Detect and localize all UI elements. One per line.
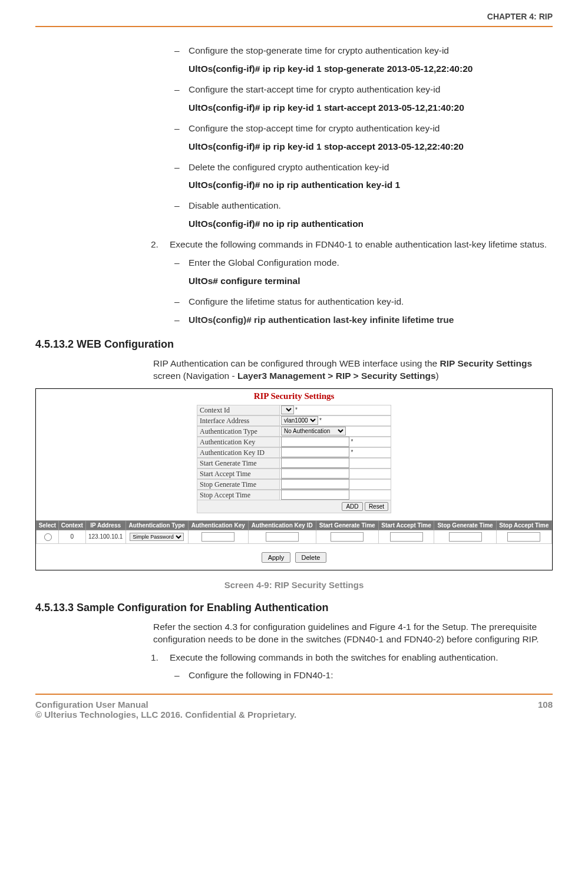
cell: 0: [58, 530, 85, 543]
section-heading: 4.5.13.2 WEB Configuration: [35, 338, 553, 351]
label: Stop Generate Time: [197, 479, 279, 490]
list-item: –Configure the start-accept time for cry…: [189, 84, 553, 96]
col-start-acc: Start Accept Time: [378, 520, 434, 530]
text: Execute the following commands in both t…: [170, 652, 498, 662]
panel-title: RIP Security Settings: [36, 391, 552, 401]
row-start-acc-input[interactable]: [390, 532, 423, 542]
row-authkey-input[interactable]: [201, 532, 234, 542]
start-accept-input[interactable]: [281, 468, 349, 479]
section-heading: 4.5.13.3 Sample Configuration for Enabli…: [35, 602, 553, 614]
page-number: 108: [538, 699, 553, 720]
authtype-select[interactable]: No Authentication: [281, 427, 346, 435]
command-text: UltOs(config-if)# ip rip key-id 1 start-…: [189, 102, 553, 114]
table-row: 0 123.100.10.1 Simple Password: [37, 530, 552, 543]
footer-copyright: © Ulterius Technologies, LLC 2016. Confi…: [35, 710, 296, 720]
list-item: –Disable authentication.: [189, 200, 553, 212]
stop-generate-input[interactable]: [281, 479, 349, 489]
list-item: –Configure the stop-accept time for cryp…: [189, 123, 553, 135]
footer-title: Configuration User Manual: [35, 699, 296, 710]
command-text: UltOs(config-if)# no ip rip authenticati…: [189, 218, 553, 230]
col-authkey: Authentication Key: [188, 520, 248, 530]
col-context: Context: [58, 520, 85, 530]
list-item: –Configure the lifetime status for authe…: [189, 296, 553, 308]
screenshot-panel: RIP Security Settings Context Id* Interf…: [35, 388, 553, 570]
interface-select[interactable]: vlan1000: [281, 416, 318, 425]
apply-button[interactable]: Apply: [262, 552, 291, 563]
text: Configure the lifetime status for authen…: [189, 296, 404, 306]
start-generate-input[interactable]: [281, 458, 349, 468]
authkey-input[interactable]: [281, 437, 349, 447]
page-footer: Configuration User Manual © Ulterius Tec…: [35, 694, 553, 720]
list-item: –UltOs(config)# rip authentication last-…: [189, 314, 553, 326]
text: Configure the stop-generate time for cry…: [189, 45, 449, 55]
label: Start Generate Time: [197, 458, 279, 468]
figure-caption: Screen 4-9: RIP Security Settings: [35, 580, 553, 590]
context-select[interactable]: [281, 405, 294, 414]
label: Authentication Type: [197, 426, 279, 437]
row-select-radio[interactable]: [44, 533, 52, 541]
row-authtype-select[interactable]: Simple Password: [130, 533, 184, 541]
command-text: UltOs# configure terminal: [189, 275, 553, 288]
col-authkeyid: Authentication Key ID: [248, 520, 316, 530]
text: Configure the start-accept time for cryp…: [189, 84, 440, 94]
row-start-gen-input[interactable]: [331, 532, 364, 542]
paragraph: Refer the section 4.3 for configuration …: [153, 621, 553, 646]
cell: 123.100.10.1: [85, 530, 125, 543]
command-text: UltOs(config-if)# no ip rip authenticati…: [189, 179, 553, 192]
reset-button[interactable]: Reset: [365, 502, 388, 511]
text: Configure the stop-accept time for crypt…: [189, 123, 440, 133]
text: Disable authentication.: [189, 200, 281, 210]
label: Authentication Key ID: [197, 447, 279, 458]
row-stop-acc-input[interactable]: [507, 532, 540, 542]
col-start-gen: Start Generate Time: [316, 520, 378, 530]
text: Configure the following in FDN40-1:: [189, 670, 333, 680]
stop-accept-input[interactable]: [281, 490, 349, 500]
label: Authentication Key: [197, 437, 279, 447]
list-item: 2.Execute the following commands in FDN4…: [170, 239, 553, 251]
list-item: –Configure the stop-generate time for cr…: [189, 45, 553, 57]
list-item: 1.Execute the following commands in both…: [170, 652, 553, 664]
col-ip: IP Address: [85, 520, 125, 530]
label: Stop Accept Time: [197, 490, 279, 500]
security-table: Select Context IP Address Authentication…: [36, 520, 552, 544]
authkeyid-input[interactable]: [281, 447, 349, 457]
row-authkeyid-input[interactable]: [266, 532, 299, 542]
list-item: –Enter the Global Configuration mode.: [189, 257, 553, 269]
label: Context Id: [197, 405, 279, 415]
page-header: CHAPTER 4: RIP: [35, 12, 553, 27]
command-text: UltOs(config-if)# ip rip key-id 1 stop-a…: [189, 141, 553, 153]
col-authtype: Authentication Type: [125, 520, 188, 530]
text: Execute the following commands in FDN40-…: [170, 239, 547, 249]
row-stop-gen-input[interactable]: [449, 532, 482, 542]
command-text: UltOs(config-if)# ip rip key-id 1 stop-g…: [189, 63, 553, 75]
label: Interface Address: [197, 415, 279, 426]
col-select: Select: [37, 520, 59, 530]
list-item: –Delete the configured crypto authentica…: [189, 161, 553, 174]
add-button[interactable]: ADD: [342, 502, 362, 511]
col-stop-gen: Stop Generate Time: [434, 520, 496, 530]
label: Start Accept Time: [197, 468, 279, 479]
paragraph: RIP Authentication can be configured thr…: [153, 358, 553, 382]
delete-button[interactable]: Delete: [295, 552, 327, 563]
col-stop-acc: Stop Accept Time: [496, 520, 551, 530]
list-item: –Configure the following in FDN40-1:: [189, 669, 553, 682]
text: UltOs(config)# rip authentication last-k…: [189, 315, 454, 325]
text: Enter the Global Configuration mode.: [189, 258, 339, 268]
text: Delete the configured crypto authenticat…: [189, 162, 389, 172]
